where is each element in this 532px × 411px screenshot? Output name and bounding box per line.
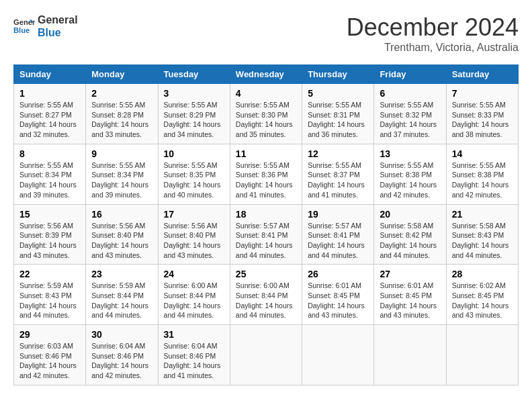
day-cell-12: 12Sunrise: 5:55 AM Sunset: 8:37 PM Dayli… xyxy=(302,144,374,204)
svg-text:Blue: Blue xyxy=(13,26,30,34)
day-cell-19: 19Sunrise: 5:57 AM Sunset: 8:41 PM Dayli… xyxy=(302,204,374,265)
day-number: 10 xyxy=(164,148,224,159)
day-number: 7 xyxy=(452,88,513,99)
day-cell-15: 15Sunrise: 5:56 AM Sunset: 8:39 PM Dayli… xyxy=(14,204,86,265)
col-header-wednesday: Wednesday xyxy=(230,65,302,84)
day-number: 29 xyxy=(19,329,80,340)
day-number: 14 xyxy=(452,148,513,159)
day-info: Sunrise: 5:55 AM Sunset: 8:31 PM Dayligh… xyxy=(308,100,368,140)
day-cell-25: 25Sunrise: 6:00 AM Sunset: 8:44 PM Dayli… xyxy=(230,265,302,325)
logo: General Blue General Blue xyxy=(13,13,78,39)
day-number: 13 xyxy=(380,148,440,159)
col-header-monday: Monday xyxy=(86,65,158,84)
day-number: 5 xyxy=(308,88,368,99)
day-number: 4 xyxy=(236,88,296,99)
day-info: Sunrise: 5:57 AM Sunset: 8:41 PM Dayligh… xyxy=(236,221,296,261)
title-block: December 2024 Trentham, Victoria, Austra… xyxy=(347,13,519,54)
day-cell-31: 31Sunrise: 6:04 AM Sunset: 8:46 PM Dayli… xyxy=(158,325,230,385)
logo-text-general: General xyxy=(38,13,78,26)
day-cell-28: 28Sunrise: 6:02 AM Sunset: 8:45 PM Dayli… xyxy=(446,265,518,325)
day-cell-13: 13Sunrise: 5:55 AM Sunset: 8:38 PM Dayli… xyxy=(374,144,446,204)
day-info: Sunrise: 5:55 AM Sunset: 8:29 PM Dayligh… xyxy=(164,100,224,140)
day-cell-27: 27Sunrise: 6:01 AM Sunset: 8:45 PM Dayli… xyxy=(374,265,446,325)
day-info: Sunrise: 5:58 AM Sunset: 8:43 PM Dayligh… xyxy=(452,221,513,261)
day-info: Sunrise: 5:55 AM Sunset: 8:30 PM Dayligh… xyxy=(236,100,296,140)
empty-cell xyxy=(302,325,374,385)
day-cell-23: 23Sunrise: 5:59 AM Sunset: 8:44 PM Dayli… xyxy=(86,265,158,325)
day-number: 1 xyxy=(19,88,80,99)
day-cell-24: 24Sunrise: 6:00 AM Sunset: 8:44 PM Dayli… xyxy=(158,265,230,325)
day-info: Sunrise: 5:56 AM Sunset: 8:40 PM Dayligh… xyxy=(91,221,152,261)
day-cell-7: 7Sunrise: 5:55 AM Sunset: 8:33 PM Daylig… xyxy=(446,84,518,144)
day-number: 16 xyxy=(91,209,152,220)
day-cell-11: 11Sunrise: 5:55 AM Sunset: 8:36 PM Dayli… xyxy=(230,144,302,204)
day-cell-3: 3Sunrise: 5:55 AM Sunset: 8:29 PM Daylig… xyxy=(158,84,230,144)
day-cell-2: 2Sunrise: 5:55 AM Sunset: 8:28 PM Daylig… xyxy=(86,84,158,144)
day-cell-10: 10Sunrise: 5:55 AM Sunset: 8:35 PM Dayli… xyxy=(158,144,230,204)
day-info: Sunrise: 6:04 AM Sunset: 8:46 PM Dayligh… xyxy=(164,341,224,381)
empty-cell xyxy=(446,325,518,385)
svg-text:General: General xyxy=(13,19,35,27)
day-info: Sunrise: 6:00 AM Sunset: 8:44 PM Dayligh… xyxy=(236,281,296,320)
day-info: Sunrise: 5:55 AM Sunset: 8:32 PM Dayligh… xyxy=(380,100,440,140)
day-number: 23 xyxy=(91,269,152,279)
page-header: General Blue General Blue December 2024 … xyxy=(13,13,519,54)
col-header-saturday: Saturday xyxy=(446,65,518,84)
day-cell-16: 16Sunrise: 5:56 AM Sunset: 8:40 PM Dayli… xyxy=(86,204,158,265)
day-info: Sunrise: 5:55 AM Sunset: 8:34 PM Dayligh… xyxy=(19,161,80,200)
day-cell-22: 22Sunrise: 5:59 AM Sunset: 8:43 PM Dayli… xyxy=(14,265,86,325)
calendar-table: SundayMondayTuesdayWednesdayThursdayFrid… xyxy=(13,64,519,385)
day-info: Sunrise: 5:55 AM Sunset: 8:35 PM Dayligh… xyxy=(164,161,224,200)
day-info: Sunrise: 6:01 AM Sunset: 8:45 PM Dayligh… xyxy=(380,281,440,320)
day-info: Sunrise: 5:56 AM Sunset: 8:39 PM Dayligh… xyxy=(19,221,80,261)
day-info: Sunrise: 5:56 AM Sunset: 8:40 PM Dayligh… xyxy=(164,221,224,261)
day-number: 26 xyxy=(308,269,368,279)
day-info: Sunrise: 5:55 AM Sunset: 8:33 PM Dayligh… xyxy=(452,100,513,140)
day-number: 18 xyxy=(236,209,296,220)
day-number: 11 xyxy=(236,148,296,159)
day-info: Sunrise: 6:04 AM Sunset: 8:46 PM Dayligh… xyxy=(91,341,152,381)
day-number: 28 xyxy=(452,269,513,279)
day-info: Sunrise: 5:55 AM Sunset: 8:36 PM Dayligh… xyxy=(236,161,296,200)
day-cell-17: 17Sunrise: 5:56 AM Sunset: 8:40 PM Dayli… xyxy=(158,204,230,265)
day-cell-9: 9Sunrise: 5:55 AM Sunset: 8:34 PM Daylig… xyxy=(86,144,158,204)
day-cell-21: 21Sunrise: 5:58 AM Sunset: 8:43 PM Dayli… xyxy=(446,204,518,265)
day-info: Sunrise: 6:03 AM Sunset: 8:46 PM Dayligh… xyxy=(19,341,80,381)
day-info: Sunrise: 5:57 AM Sunset: 8:41 PM Dayligh… xyxy=(308,221,368,261)
day-info: Sunrise: 6:02 AM Sunset: 8:45 PM Dayligh… xyxy=(452,281,513,320)
day-number: 25 xyxy=(236,269,296,279)
location-title: Trentham, Victoria, Australia xyxy=(347,42,519,54)
day-number: 19 xyxy=(308,209,368,220)
day-info: Sunrise: 6:00 AM Sunset: 8:44 PM Dayligh… xyxy=(164,281,224,320)
empty-cell xyxy=(230,325,302,385)
day-info: Sunrise: 5:55 AM Sunset: 8:34 PM Dayligh… xyxy=(91,161,152,200)
empty-cell xyxy=(374,325,446,385)
day-number: 21 xyxy=(452,209,513,220)
day-number: 2 xyxy=(91,88,152,99)
day-cell-14: 14Sunrise: 5:55 AM Sunset: 8:38 PM Dayli… xyxy=(446,144,518,204)
day-info: Sunrise: 5:59 AM Sunset: 8:44 PM Dayligh… xyxy=(91,281,152,320)
col-header-friday: Friday xyxy=(374,65,446,84)
day-number: 3 xyxy=(164,88,224,99)
day-number: 8 xyxy=(19,148,80,159)
day-info: Sunrise: 5:55 AM Sunset: 8:38 PM Dayligh… xyxy=(452,161,513,200)
day-number: 27 xyxy=(380,269,440,279)
day-info: Sunrise: 6:01 AM Sunset: 8:45 PM Dayligh… xyxy=(308,281,368,320)
day-number: 17 xyxy=(164,209,224,220)
logo-icon: General Blue xyxy=(13,15,35,37)
day-number: 20 xyxy=(380,209,440,220)
month-title: December 2024 xyxy=(347,13,519,42)
col-header-sunday: Sunday xyxy=(14,65,86,84)
day-info: Sunrise: 5:55 AM Sunset: 8:27 PM Dayligh… xyxy=(19,100,80,140)
day-info: Sunrise: 5:55 AM Sunset: 8:38 PM Dayligh… xyxy=(380,161,440,200)
day-cell-5: 5Sunrise: 5:55 AM Sunset: 8:31 PM Daylig… xyxy=(302,84,374,144)
day-info: Sunrise: 5:55 AM Sunset: 8:28 PM Dayligh… xyxy=(91,100,152,140)
day-number: 12 xyxy=(308,148,368,159)
day-info: Sunrise: 5:55 AM Sunset: 8:37 PM Dayligh… xyxy=(308,161,368,200)
day-cell-18: 18Sunrise: 5:57 AM Sunset: 8:41 PM Dayli… xyxy=(230,204,302,265)
day-number: 24 xyxy=(164,269,224,279)
day-cell-4: 4Sunrise: 5:55 AM Sunset: 8:30 PM Daylig… xyxy=(230,84,302,144)
day-info: Sunrise: 5:58 AM Sunset: 8:42 PM Dayligh… xyxy=(380,221,440,261)
day-info: Sunrise: 5:59 AM Sunset: 8:43 PM Dayligh… xyxy=(19,281,80,320)
day-cell-6: 6Sunrise: 5:55 AM Sunset: 8:32 PM Daylig… xyxy=(374,84,446,144)
